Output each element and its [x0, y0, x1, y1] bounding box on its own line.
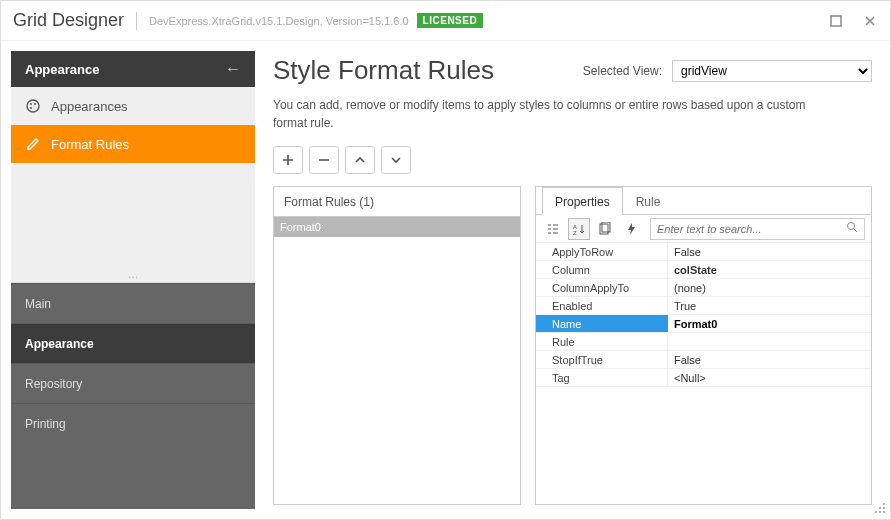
svg-point-15 [883, 503, 885, 505]
maximize-icon[interactable] [828, 13, 844, 29]
svg-text:Z: Z [573, 230, 577, 236]
svg-point-12 [883, 507, 885, 509]
property-pages-icon[interactable] [594, 218, 616, 240]
search-icon[interactable] [846, 221, 858, 236]
sidebar-item-appearances[interactable]: Appearances [11, 87, 255, 125]
format-rules-panel: Format Rules (1) Format0: [273, 186, 521, 505]
svg-point-1 [27, 100, 39, 112]
remove-button[interactable] [309, 146, 339, 174]
selected-view-label: Selected View: [583, 64, 662, 78]
search-input[interactable] [657, 223, 846, 235]
property-name: Name [536, 315, 668, 332]
property-name: ApplyToRow [536, 243, 668, 260]
sidebar-category-repository[interactable]: Repository [11, 363, 255, 403]
property-row[interactable]: StopIfTrueFalse [536, 351, 871, 369]
sidebar-item-label: Format Rules [51, 137, 129, 152]
sidebar-category-main[interactable]: Main [11, 283, 255, 323]
tab-properties[interactable]: Properties [542, 187, 623, 215]
sidebar-item-label: Appearances [51, 99, 128, 114]
categorized-icon[interactable] [542, 218, 564, 240]
property-value[interactable]: False [668, 243, 871, 260]
selected-view-dropdown[interactable]: gridView [672, 60, 872, 82]
property-row[interactable]: NameFormat0 [536, 315, 871, 333]
property-search[interactable] [650, 218, 865, 240]
property-name: Rule [536, 333, 668, 350]
property-row[interactable]: Rule [536, 333, 871, 351]
svg-point-13 [875, 511, 877, 513]
sidebar-spacer: … [11, 163, 255, 283]
svg-point-2 [30, 103, 32, 105]
svg-point-14 [879, 507, 881, 509]
property-value[interactable]: Format0 [668, 315, 871, 332]
property-row[interactable]: ColumnApplyTo(none) [536, 279, 871, 297]
format-rules-header: Format Rules (1) [274, 187, 520, 217]
license-badge: LICENSED [417, 13, 484, 28]
svg-point-11 [879, 511, 881, 513]
property-row[interactable]: EnabledTrue [536, 297, 871, 315]
edit-icon [25, 136, 41, 152]
alphabetical-icon[interactable]: AZ [568, 218, 590, 240]
svg-rect-0 [831, 16, 841, 26]
svg-point-9 [848, 223, 855, 230]
property-value[interactable]: True [668, 297, 871, 314]
property-panel: Properties Rule AZ ApplyToRowFalseCo [535, 186, 872, 505]
add-button[interactable] [273, 146, 303, 174]
close-icon[interactable] [862, 13, 878, 29]
resize-grip-icon[interactable] [874, 502, 886, 517]
property-value[interactable]: colState [668, 261, 871, 278]
palette-icon [25, 98, 41, 114]
sidebar-fill [11, 443, 255, 509]
svg-point-3 [34, 103, 36, 105]
events-icon[interactable] [620, 218, 642, 240]
assembly-version: DevExpress.XtraGrid.v15.1.Design, Versio… [149, 15, 409, 27]
move-down-button[interactable] [381, 146, 411, 174]
sidebar-item-format-rules[interactable]: Format Rules [11, 125, 255, 163]
property-value[interactable]: <Null> [668, 369, 871, 386]
move-up-button[interactable] [345, 146, 375, 174]
tab-rule[interactable]: Rule [623, 187, 674, 215]
property-grid[interactable]: ApplyToRowFalseColumncolStateColumnApply… [536, 243, 871, 504]
property-row[interactable]: ColumncolState [536, 261, 871, 279]
property-value[interactable]: (none) [668, 279, 871, 296]
property-name: Enabled [536, 297, 668, 314]
property-name: ColumnApplyTo [536, 279, 668, 296]
title-divider [136, 12, 137, 30]
sidebar-category-appearance[interactable]: Appearance [11, 323, 255, 363]
property-row[interactable]: ApplyToRowFalse [536, 243, 871, 261]
property-name: Tag [536, 369, 668, 386]
property-name: Column [536, 261, 668, 278]
back-icon[interactable]: ← [225, 60, 241, 78]
list-item[interactable]: Format0: [274, 217, 520, 237]
sidebar: Appearance ← Appearances Format Rules … … [11, 51, 255, 509]
property-row[interactable]: Tag<Null> [536, 369, 871, 387]
sidebar-section-header[interactable]: Appearance ← [11, 51, 255, 87]
svg-point-4 [30, 107, 32, 109]
property-name: StopIfTrue [536, 351, 668, 368]
property-value[interactable]: False [668, 351, 871, 368]
page-description: You can add, remove or modify items to a… [273, 96, 833, 132]
sidebar-category-printing[interactable]: Printing [11, 403, 255, 443]
page-title: Style Format Rules [273, 55, 494, 86]
sidebar-section-label: Appearance [25, 62, 99, 77]
app-title: Grid Designer [13, 10, 124, 31]
property-value[interactable] [668, 333, 871, 350]
svg-point-10 [883, 511, 885, 513]
